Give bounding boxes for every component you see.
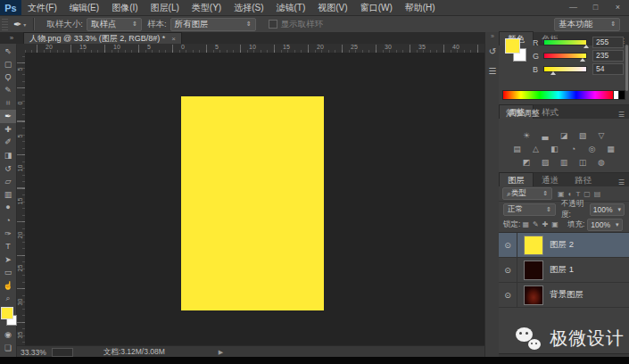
- lasso-tool[interactable]: Ϙ: [0, 70, 16, 84]
- filter-adjustment-icon[interactable]: ◐: [568, 190, 573, 198]
- posterize-icon[interactable]: ▨: [538, 157, 552, 168]
- panel-menu-icon[interactable]: ☰: [618, 111, 625, 119]
- photo-filter-icon[interactable]: ◔: [567, 144, 581, 154]
- move-tool[interactable]: ⇖: [0, 45, 16, 58]
- hand-tool[interactable]: ☝: [0, 279, 16, 293]
- layer-thumbnail[interactable]: [524, 261, 543, 280]
- slider-thumb-icon[interactable]: [580, 58, 585, 62]
- filter-type-icon[interactable]: T: [575, 190, 580, 198]
- eyedropper-tool[interactable]: ✒: [0, 110, 16, 123]
- foreground-color-swatch[interactable]: [505, 38, 520, 54]
- filter-shape-icon[interactable]: ▢: [583, 190, 591, 198]
- exposure-icon[interactable]: ▧: [575, 130, 590, 141]
- foreground-color-swatch-small[interactable]: [1, 307, 13, 319]
- lock-all-icon[interactable]: ▣: [551, 220, 559, 228]
- pen-tool[interactable]: ✑: [0, 227, 16, 240]
- layer-name[interactable]: 图层 2: [550, 239, 574, 251]
- zoom-level-field[interactable]: 33.33%: [21, 348, 46, 357]
- spectrum-black-swatch[interactable]: [618, 90, 625, 100]
- menu-item[interactable]: 图层(L): [145, 0, 186, 15]
- layer-filter-type-select[interactable]: ⌕ 类型 ⇕: [502, 187, 552, 200]
- gradient-map-icon[interactable]: ◫: [575, 157, 590, 168]
- filter-pixel-icon[interactable]: ▣: [558, 190, 565, 198]
- photoshop-logo[interactable]: Ps: [0, 0, 21, 15]
- quick-mask-button[interactable]: ◉: [0, 328, 16, 342]
- layer-row[interactable]: ⊙ 背景图层: [499, 283, 629, 308]
- levels-icon[interactable]: ▃: [538, 130, 552, 141]
- toolbar-collapse-icon[interactable]: »: [0, 32, 23, 44]
- opacity-field[interactable]: 100% ▾: [590, 203, 625, 216]
- blend-mode-select[interactable]: 正常 ⇕: [503, 203, 556, 216]
- channel-value-field[interactable]: 235: [592, 50, 624, 62]
- curves-icon[interactable]: ◪: [557, 130, 571, 141]
- fill-field[interactable]: 100% ▾: [587, 219, 622, 231]
- crop-tool[interactable]: ⌗: [0, 96, 16, 110]
- color-spectrum-bar[interactable]: [502, 90, 615, 100]
- channel-mixer-icon[interactable]: ◎: [585, 144, 600, 154]
- gradient-tool[interactable]: ▥: [0, 188, 16, 202]
- black-white-icon[interactable]: ◧: [548, 144, 562, 154]
- menu-item[interactable]: 编辑(E): [63, 0, 105, 15]
- tab-close-icon[interactable]: ×: [171, 35, 176, 43]
- channel-slider[interactable]: [543, 53, 587, 59]
- menu-item[interactable]: 文件(F): [21, 0, 63, 15]
- workspace-select[interactable]: 基本功能 ⇕: [554, 18, 620, 31]
- zoom-tool[interactable]: ⌕: [0, 292, 16, 305]
- menu-item[interactable]: 类型(Y): [186, 0, 228, 15]
- tool-preset-caret-icon[interactable]: ▾: [23, 21, 26, 28]
- lock-position-icon[interactable]: ✚: [542, 220, 549, 228]
- history-panel-icon[interactable]: ↺: [485, 41, 500, 61]
- rectangle-tool[interactable]: ▭: [0, 266, 16, 279]
- history-brush-tool[interactable]: ↺: [0, 161, 16, 175]
- slider-thumb-icon[interactable]: [583, 45, 589, 48]
- quick-selection-tool[interactable]: ✎: [0, 84, 16, 97]
- threshold-icon[interactable]: ▥: [557, 157, 571, 168]
- invert-icon[interactable]: ◩: [519, 157, 534, 168]
- menu-item[interactable]: 滤镜(T): [270, 0, 312, 15]
- channel-value-field[interactable]: 54: [592, 63, 624, 75]
- menu-item[interactable]: 窗口(W): [354, 0, 399, 15]
- visibility-eye-icon[interactable]: ⊙: [499, 283, 517, 307]
- tab-channels[interactable]: 通道: [534, 173, 567, 186]
- lock-pixels-icon[interactable]: ✎: [533, 220, 539, 228]
- visibility-eye-icon[interactable]: ⊙: [499, 233, 517, 257]
- maximize-button[interactable]: □: [584, 1, 607, 14]
- panel-scrollbar[interactable]: [625, 45, 628, 91]
- hue-saturation-icon[interactable]: ▤: [510, 144, 525, 154]
- type-tool[interactable]: T: [0, 240, 16, 253]
- marquee-tool[interactable]: ▢: [0, 58, 16, 71]
- tab-paths[interactable]: 路径: [567, 173, 600, 186]
- sample-size-select[interactable]: 取样点 ⇕: [87, 18, 142, 31]
- color-lookup-icon[interactable]: ▦: [604, 144, 618, 154]
- screen-mode-button[interactable]: ❏: [0, 341, 16, 354]
- properties-panel-icon[interactable]: ☰: [485, 61, 500, 80]
- layer-name[interactable]: 背景图层: [550, 289, 583, 301]
- clone-stamp-tool[interactable]: ◨: [0, 149, 16, 162]
- dock-collapse-icon[interactable]: »: [485, 32, 500, 41]
- document-tab[interactable]: 人物.png @ 33.3% (图层 2, RGB/8#) * ×: [23, 32, 182, 44]
- selective-color-icon[interactable]: ◍: [594, 157, 608, 168]
- status-arrow-icon[interactable]: ▶: [219, 349, 223, 356]
- minimize-button[interactable]: —: [562, 1, 584, 14]
- brightness-contrast-icon[interactable]: ☀: [519, 130, 534, 141]
- channel-slider[interactable]: [543, 39, 587, 46]
- brush-tool[interactable]: ✐: [0, 136, 16, 149]
- eraser-tool[interactable]: ▱: [0, 175, 16, 188]
- menu-item[interactable]: 选择(S): [228, 0, 269, 15]
- canvas-layer-rect[interactable]: [181, 96, 324, 310]
- color-balance-icon[interactable]: △: [529, 144, 543, 154]
- menu-item[interactable]: 图像(I): [105, 0, 144, 15]
- healing-brush-tool[interactable]: ✚: [0, 123, 16, 136]
- vibrance-icon[interactable]: ▽: [594, 130, 608, 141]
- layer-row[interactable]: ⊙ 图层 1: [499, 258, 629, 283]
- slider-thumb-icon[interactable]: [550, 71, 556, 75]
- menu-item[interactable]: 帮助(H): [399, 0, 442, 15]
- path-selection-tool[interactable]: ➤: [0, 253, 16, 267]
- close-button[interactable]: ×: [607, 1, 629, 14]
- sample-select[interactable]: 所有图层 ⇕: [170, 18, 256, 31]
- channel-slider[interactable]: [543, 66, 587, 72]
- tab-layers[interactable]: 图层: [499, 172, 534, 186]
- blur-tool[interactable]: ●: [0, 201, 16, 214]
- layer-thumbnail[interactable]: [524, 285, 543, 305]
- layer-thumbnail[interactable]: [524, 236, 543, 255]
